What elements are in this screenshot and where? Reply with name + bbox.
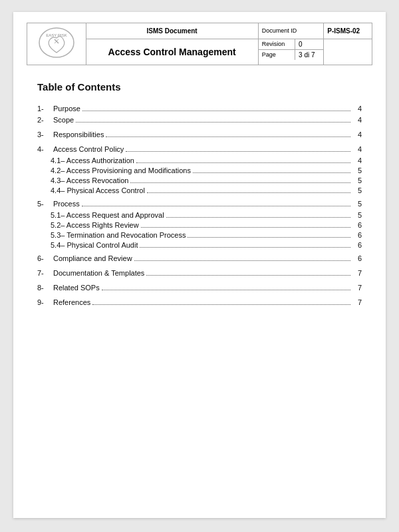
toc-page: 4 bbox=[352, 131, 362, 138]
toc-heading: Table of Contents bbox=[37, 81, 362, 93]
toc-number: 4.1 bbox=[51, 156, 61, 164]
toc-page: 7 bbox=[352, 284, 362, 292]
toc-dots bbox=[130, 182, 350, 183]
toc-item: 1-Purpose4 bbox=[37, 105, 362, 113]
toc-dots bbox=[193, 172, 350, 173]
toc-label: Access Control Policy bbox=[53, 145, 124, 153]
toc-page: 5 bbox=[352, 186, 362, 194]
toc-number: 7- bbox=[37, 269, 53, 277]
toc-dots bbox=[140, 247, 350, 248]
toc-number: 5.3 bbox=[51, 231, 61, 239]
toc-number: 5.4 bbox=[51, 241, 61, 249]
toc-page: 5 bbox=[352, 211, 362, 219]
toc-number: 5.2 bbox=[51, 221, 61, 229]
toc-page: 5 bbox=[352, 176, 362, 184]
toc-page: 7 bbox=[352, 269, 362, 277]
toc-item: 9-References7 bbox=[37, 298, 362, 307]
toc-number: 4.2 bbox=[51, 166, 61, 174]
toc-label: Documentation & Templates bbox=[53, 269, 144, 277]
toc-item: 4.3– Access Revocation5 bbox=[51, 176, 362, 185]
toc-page: 4 bbox=[352, 105, 362, 113]
toc-label: – Access Provisioning and Modifications bbox=[61, 166, 191, 174]
toc-dots bbox=[76, 122, 350, 123]
toc-label: – Access Request and Approval bbox=[61, 211, 164, 219]
toc-label: Purpose bbox=[53, 105, 80, 113]
toc-number: 4.4 bbox=[51, 186, 61, 194]
toc-number: 9- bbox=[37, 298, 53, 306]
logo-icon: EASY RISK bbox=[37, 26, 76, 59]
toc-dots bbox=[166, 217, 350, 218]
toc-dots bbox=[82, 206, 350, 206]
svg-text:EASY RISK: EASY RISK bbox=[46, 33, 67, 37]
toc-dots bbox=[102, 290, 350, 290]
toc-number: 5- bbox=[37, 200, 53, 208]
toc-label: – Termination and Revocation Process bbox=[61, 231, 186, 239]
toc-item: 4.1– Access Authorization4 bbox=[51, 156, 362, 165]
toc-page: 4 bbox=[352, 145, 362, 153]
toc-dots bbox=[134, 260, 350, 261]
toc-page: 4 bbox=[352, 116, 362, 124]
toc-page: 5 bbox=[352, 200, 362, 208]
toc-dots bbox=[141, 227, 350, 228]
toc-number: 1- bbox=[37, 105, 53, 113]
toc-label: – Physical Access Control bbox=[61, 186, 145, 194]
toc-number: 4.3 bbox=[51, 176, 61, 184]
toc-dots bbox=[146, 275, 350, 276]
toc-item: 8-Related SOPs7 bbox=[37, 284, 362, 292]
toc-list: 1-Purpose42-Scope43-Responsibilities44-A… bbox=[37, 105, 362, 307]
toc-item: 4.2– Access Provisioning and Modificatio… bbox=[51, 166, 362, 175]
toc-page: 4 bbox=[352, 156, 362, 164]
toc-label: Scope bbox=[53, 116, 74, 124]
toc-label: – Access Rights Review bbox=[61, 221, 138, 229]
toc-page: 5 bbox=[352, 166, 362, 174]
toc-dots bbox=[92, 304, 350, 305]
toc-page: 6 bbox=[352, 231, 362, 239]
toc-item: 5.2– Access Rights Review6 bbox=[51, 221, 362, 230]
toc-item: 5-Process5 bbox=[37, 200, 362, 208]
toc-label: References bbox=[53, 298, 90, 306]
toc-dots bbox=[147, 192, 350, 193]
toc-dots bbox=[126, 151, 350, 152]
toc-item: 4-Access Control Policy4 bbox=[37, 145, 362, 154]
toc-label: – Access Revocation bbox=[61, 176, 128, 184]
toc-dots bbox=[136, 162, 350, 163]
toc-number: 2- bbox=[37, 116, 53, 124]
toc-label: – Physical Control Audit bbox=[61, 241, 138, 249]
toc-number: 8- bbox=[37, 284, 53, 292]
toc-dots bbox=[82, 111, 350, 111]
toc-item: 4.4– Physical Access Control5 bbox=[51, 186, 362, 195]
toc-item: 2-Scope4 bbox=[37, 116, 362, 125]
doc-id-label: Document ID bbox=[258, 23, 323, 39]
toc-page: 6 bbox=[352, 221, 362, 229]
document-title: Access Control Management bbox=[86, 39, 258, 65]
page-label: Page bbox=[259, 49, 295, 60]
toc-label: – Access Authorization bbox=[61, 156, 134, 164]
content-area: Table of Contents 1-Purpose42-Scope43-Re… bbox=[13, 65, 386, 326]
revision-value: 0 bbox=[295, 39, 324, 50]
toc-number: 3- bbox=[37, 131, 53, 138]
logo-cell: EASY RISK bbox=[27, 23, 86, 65]
isms-label: ISMS Document bbox=[86, 23, 258, 39]
toc-item: 5.3– Termination and Revocation Process6 bbox=[51, 231, 362, 240]
document-header: EASY RISK ISMS Document Document ID P-IS… bbox=[27, 23, 372, 65]
toc-number: 6- bbox=[37, 254, 53, 262]
revision-label: Revision bbox=[259, 39, 295, 50]
document-page: EASY RISK ISMS Document Document ID P-IS… bbox=[13, 12, 386, 518]
toc-label: Compliance and Review bbox=[53, 254, 132, 262]
toc-number: 4- bbox=[37, 145, 53, 153]
toc-page: 6 bbox=[352, 254, 362, 262]
toc-item: 3-Responsibilities4 bbox=[37, 131, 362, 139]
toc-dots bbox=[188, 237, 350, 238]
toc-page: 6 bbox=[352, 241, 362, 249]
toc-label: Process bbox=[53, 200, 80, 208]
toc-item: 5.1– Access Request and Approval5 bbox=[51, 211, 362, 220]
toc-number: 5.1 bbox=[51, 211, 61, 219]
toc-item: 5.4– Physical Control Audit6 bbox=[51, 241, 362, 250]
toc-item: 7-Documentation & Templates7 bbox=[37, 269, 362, 278]
toc-label: Related SOPs bbox=[53, 284, 100, 292]
doc-id-value: P-ISMS-02 bbox=[324, 23, 372, 39]
toc-page: 7 bbox=[352, 298, 362, 306]
toc-label: Responsibilities bbox=[53, 131, 104, 138]
toc-item: 6-Compliance and Review6 bbox=[37, 254, 362, 263]
page-value: 3 di 7 bbox=[295, 49, 324, 60]
